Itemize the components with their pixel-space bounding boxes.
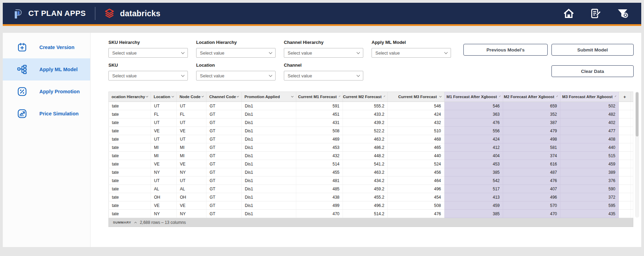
cell[interactable]: 440	[560, 143, 619, 152]
column-header[interactable]: ocation Hierarchy	[109, 92, 151, 102]
cell[interactable]: tate	[109, 177, 151, 185]
cell[interactable]: OH	[177, 193, 206, 201]
cell[interactable]: GT	[206, 102, 242, 110]
location-hierarchy-select[interactable]: Select value	[196, 48, 276, 58]
cell[interactable]: tate	[109, 201, 151, 210]
column-header[interactable]: M1 Forecast After Xgboost	[444, 92, 503, 102]
cell[interactable]: tate	[109, 185, 151, 193]
cell[interactable]: UT	[151, 177, 177, 185]
cell[interactable]: Dis1	[242, 210, 296, 218]
cell[interactable]: UT	[177, 102, 206, 110]
cell[interactable]: GT	[206, 168, 242, 177]
cell[interactable]: GT	[206, 177, 242, 185]
cell[interactable]: NY	[151, 168, 177, 177]
cell[interactable]: 581	[503, 143, 560, 152]
sidebar-item-price-simulation[interactable]: Price Simulation	[3, 103, 90, 125]
chevron-up-icon[interactable]	[134, 221, 137, 224]
column-header[interactable]: M3 Forecast After Xgboost	[560, 92, 619, 102]
cell[interactable]: 486.2	[343, 143, 388, 152]
cell[interactable]: tate	[109, 143, 151, 152]
cell[interactable]: VE	[151, 201, 177, 210]
cell[interactable]: GT	[206, 160, 242, 168]
cell[interactable]: FL	[151, 110, 177, 118]
cell[interactable]: 465	[388, 143, 444, 152]
cell[interactable]: Dis1	[242, 193, 296, 201]
cell[interactable]: 616	[503, 160, 560, 168]
cell[interactable]: UT	[177, 135, 206, 143]
cell[interactable]: GT	[206, 201, 242, 210]
cell[interactable]: 487	[503, 168, 560, 177]
column-header[interactable]: Current M3 Forecast	[388, 92, 444, 102]
cell[interactable]: 448.2	[343, 152, 388, 160]
cell[interactable]: 542	[444, 177, 503, 185]
cell[interactable]: VE	[177, 160, 206, 168]
cell[interactable]: 463.2	[343, 135, 388, 143]
cell[interactable]: 439.2	[343, 118, 388, 127]
column-header[interactable]: Current M1 Forecast	[296, 92, 343, 102]
cell[interactable]: 432	[296, 152, 343, 160]
cell[interactable]: 385	[444, 168, 503, 177]
cell[interactable]: 508	[296, 127, 343, 135]
cell[interactable]: 459	[444, 201, 503, 210]
cell[interactable]: GT	[206, 118, 242, 127]
column-header[interactable]: Node Code	[177, 92, 206, 102]
cell[interactable]: 453	[444, 160, 503, 168]
cell[interactable]: 456	[388, 168, 444, 177]
cell[interactable]: 476	[503, 177, 560, 185]
column-header[interactable]: Current M2 Forecast	[343, 92, 388, 102]
column-header[interactable]: +	[619, 92, 631, 102]
column-header[interactable]: Channel Code	[206, 92, 242, 102]
cell[interactable]: 454	[388, 193, 444, 201]
cell[interactable]: 424	[444, 135, 503, 143]
cell[interactable]: 514	[296, 160, 343, 168]
cell[interactable]: 455	[296, 168, 343, 177]
cell[interactable]: MI	[177, 152, 206, 160]
cell[interactable]: tate	[109, 110, 151, 118]
cell[interactable]: Dis1	[242, 152, 296, 160]
column-header[interactable]: Promotion Applied	[242, 92, 296, 102]
cell[interactable]: 434.2	[343, 177, 388, 185]
submit-model-button[interactable]: Submit Model	[551, 44, 634, 56]
cell[interactable]: 499	[296, 201, 343, 210]
cell[interactable]: 481	[296, 177, 343, 185]
cell[interactable]: 546	[444, 102, 503, 110]
column-header[interactable]: M2 Forecast After Xgboost	[503, 92, 560, 102]
column-header[interactable]: Location	[151, 92, 177, 102]
cell[interactable]: 546	[388, 102, 444, 110]
column-menu-chevron-icon[interactable]	[339, 95, 340, 97]
cell[interactable]: GT	[206, 143, 242, 152]
cell[interactable]: 352	[503, 110, 560, 118]
cell[interactable]: 498	[503, 135, 560, 143]
vertical-scrollbar[interactable]	[635, 92, 639, 218]
cell[interactable]: 424	[388, 110, 444, 118]
cell[interactable]: Dis1	[242, 177, 296, 185]
cell[interactable]: UT	[151, 135, 177, 143]
cell[interactable]: 404	[444, 152, 503, 160]
cell[interactable]: Dis1	[242, 168, 296, 177]
cell[interactable]: 389	[560, 168, 619, 177]
cell[interactable]: UT	[151, 118, 177, 127]
cell[interactable]: 363	[444, 110, 503, 118]
cell[interactable]: MI	[177, 143, 206, 152]
cell[interactable]: 476	[444, 118, 503, 127]
notes-edit-icon[interactable]	[589, 7, 602, 20]
column-menu-chevron-icon[interactable]	[237, 95, 239, 97]
cell[interactable]: 485	[296, 185, 343, 193]
cell[interactable]: Dis1	[242, 201, 296, 210]
cell[interactable]: 479	[503, 127, 560, 135]
cell[interactable]: 433.2	[343, 110, 388, 118]
cell[interactable]: 413	[444, 193, 503, 201]
cell[interactable]: 376	[560, 177, 619, 185]
cell[interactable]: Dis1	[242, 185, 296, 193]
cell[interactable]: tate	[109, 160, 151, 168]
cell[interactable]: 591	[296, 102, 343, 110]
cell[interactable]: UT	[177, 118, 206, 127]
cell[interactable]: Dis1	[242, 127, 296, 135]
cell[interactable]: 470	[296, 210, 343, 218]
cell[interactable]: tate	[109, 152, 151, 160]
cell[interactable]: 470	[503, 210, 560, 218]
sku-select[interactable]: Select value	[108, 71, 188, 80]
clear-filter-icon[interactable]	[616, 7, 629, 20]
cell[interactable]: tate	[109, 135, 151, 143]
cell[interactable]: 412	[444, 143, 503, 152]
